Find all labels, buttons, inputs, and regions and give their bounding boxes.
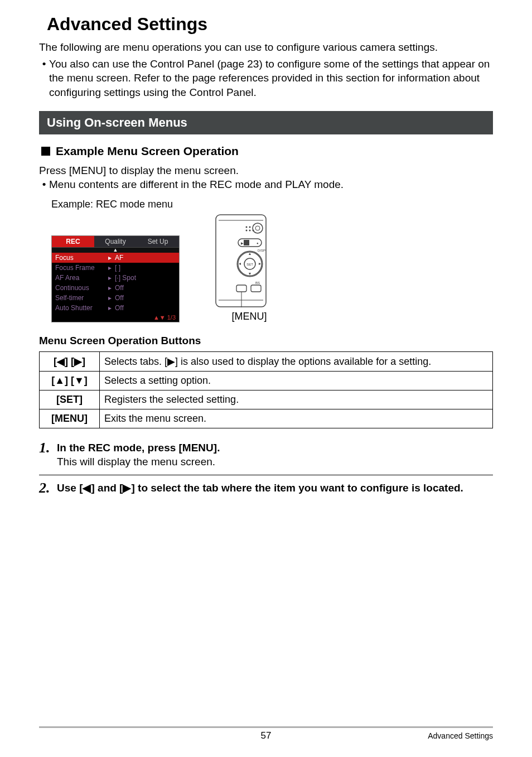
menu-item-value: AF <box>115 254 176 262</box>
intro-bullet: • You also can use the Control Panel (pa… <box>39 57 493 100</box>
step-title: Use [◀] and [▶] to select the tab where … <box>57 481 463 495</box>
table-row: [▲] [▼] Selects a setting option. <box>40 371 493 390</box>
menu-footer: ▲▼ 1/3 <box>52 313 179 322</box>
key-left-right: [◀] [▶] <box>40 351 100 371</box>
bullet-dot-2: • <box>39 177 49 192</box>
step-separator <box>39 475 493 475</box>
camera-menu-label: [MENU] <box>213 311 286 322</box>
key-desc: Registers the selected setting. <box>100 390 493 409</box>
up-arrow-icon: ▲ <box>52 248 179 253</box>
operation-table-heading: Menu Screen Operation Buttons <box>39 335 493 347</box>
key-desc: Selects a setting option. <box>100 371 493 390</box>
svg-text:▶: ▶ <box>241 242 244 245</box>
table-row: [MENU] Exits the menu screen. <box>40 409 493 428</box>
step-title: In the REC mode, press [MENU]. <box>57 441 220 455</box>
svg-rect-19 <box>251 285 261 292</box>
menu-item-auto-shutter[interactable]: Auto Shutter ▸ Off <box>52 303 179 313</box>
key-set: [SET] <box>40 390 100 409</box>
menu-item-label: Auto Shutter <box>55 304 108 312</box>
svg-point-5 <box>249 226 251 228</box>
svg-text:BS: BS <box>255 281 260 285</box>
triangle-right-icon: ▸ <box>108 254 115 262</box>
page-number: 57 <box>39 730 493 741</box>
menu-item-focus[interactable]: Focus ▸ AF <box>52 253 179 263</box>
step-subtext: This will display the menu screen. <box>57 455 220 469</box>
subheading-text: Example Menu Screen Operation <box>56 144 239 158</box>
step-number: 1. <box>39 441 57 469</box>
intro-bullet-text: You also can use the Control Panel (page… <box>49 57 493 100</box>
triangle-right-icon: ▸ <box>108 274 115 282</box>
svg-text:●: ● <box>257 242 259 245</box>
menu-tab-setup[interactable]: Set Up <box>137 236 179 247</box>
svg-text:DISP: DISP <box>258 249 265 252</box>
menu-item-value: [·] Spot <box>115 274 176 282</box>
key-menu: [MENU] <box>40 409 100 428</box>
menu-item-value: Off <box>115 284 176 292</box>
triangle-right-icon: ▸ <box>108 294 115 302</box>
footer-rule <box>39 726 493 728</box>
svg-rect-18 <box>236 285 246 292</box>
svg-point-6 <box>246 229 248 231</box>
bullet-dot: • <box>39 57 49 100</box>
key-up-down: [▲] [▼] <box>40 371 100 390</box>
step-1: 1. In the REC mode, press [MENU]. This w… <box>39 441 493 469</box>
svg-text:SET: SET <box>246 263 253 266</box>
example-label: Example: REC mode menu <box>51 199 493 210</box>
camera-back-icon: ▶ ● DISP SET BS <box>213 214 286 308</box>
svg-point-4 <box>246 226 248 228</box>
svg-rect-10 <box>244 240 249 245</box>
intro-text: The following are menu operations you ca… <box>39 40 493 55</box>
svg-point-3 <box>255 226 260 230</box>
mode-bullet: • Menu contents are different in the REC… <box>39 177 493 192</box>
menu-item-label: Continuous <box>55 284 108 292</box>
step-number: 2. <box>39 481 57 495</box>
triangle-right-icon: ▸ <box>108 284 115 292</box>
square-icon <box>41 147 50 156</box>
menu-item-value: Off <box>115 304 176 312</box>
menu-item-label: AF Area <box>55 274 108 282</box>
key-desc: Exits the menu screen. <box>100 409 493 428</box>
menu-tab-quality[interactable]: Quality <box>94 236 137 247</box>
press-menu-text: Press [MENU] to display the menu screen. <box>39 163 493 178</box>
menu-tabs: REC Quality Set Up <box>52 236 179 248</box>
mode-bullet-text: Menu contents are different in the REC m… <box>49 177 344 192</box>
figure-row: REC Quality Set Up ▲ Focus ▸ AF Focus Fr… <box>51 214 493 322</box>
page-footer: 57 Advanced Settings <box>39 726 493 740</box>
svg-rect-0 <box>216 215 266 307</box>
menu-item-label: Focus Frame <box>55 264 108 272</box>
menu-item-af-area[interactable]: AF Area ▸ [·] Spot <box>52 273 179 283</box>
menu-item-value: [ ] <box>115 264 176 272</box>
triangle-right-icon: ▸ <box>108 264 115 272</box>
menu-item-focus-frame[interactable]: Focus Frame ▸ [ ] <box>52 263 179 273</box>
key-desc: Selects tabs. [▶] is also used to displa… <box>100 351 493 371</box>
triangle-right-icon: ▸ <box>108 304 115 312</box>
menu-item-continuous[interactable]: Continuous ▸ Off <box>52 283 179 293</box>
operation-table: [◀] [▶] Selects tabs. [▶] is also used t… <box>39 351 493 428</box>
table-row: [◀] [▶] Selects tabs. [▶] is also used t… <box>40 351 493 371</box>
camera-diagram: ▶ ● DISP SET BS [MENU] <box>213 214 286 322</box>
menu-item-value: Off <box>115 294 176 302</box>
step-2: 2. Use [◀] and [▶] to select the tab whe… <box>39 481 493 495</box>
page-title: Advanced Settings <box>47 14 493 35</box>
menu-item-label: Focus <box>55 254 108 262</box>
svg-point-8 <box>253 229 254 231</box>
menu-item-label: Self-timer <box>55 294 108 302</box>
menu-page-indicator: ▲▼ 1/3 <box>153 314 176 321</box>
table-row: [SET] Registers the selected setting. <box>40 390 493 409</box>
menu-tab-rec[interactable]: REC <box>52 236 94 247</box>
menu-item-self-timer[interactable]: Self-timer ▸ Off <box>52 293 179 303</box>
subheading: Example Menu Screen Operation <box>39 144 493 158</box>
menu-screenshot: REC Quality Set Up ▲ Focus ▸ AF Focus Fr… <box>51 235 180 322</box>
svg-point-7 <box>249 229 251 231</box>
section-heading: Using On-screen Menus <box>39 111 493 134</box>
svg-point-2 <box>253 223 263 233</box>
